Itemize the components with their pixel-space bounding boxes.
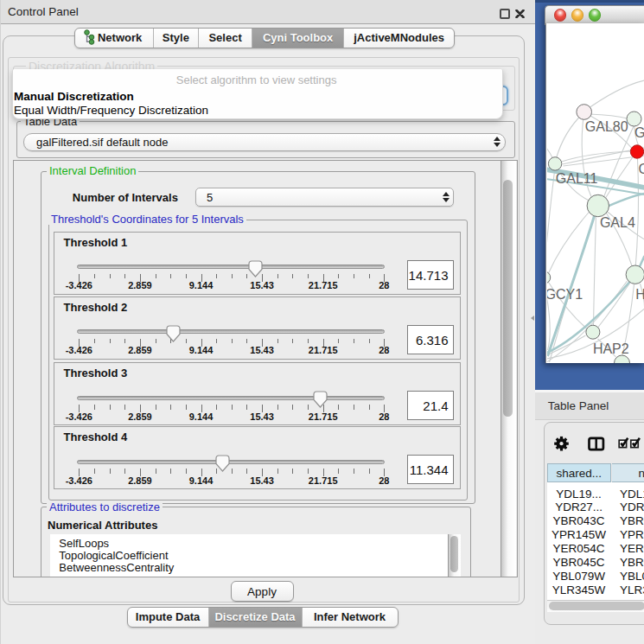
- svg-text:GAL80: GAL80: [584, 119, 628, 134]
- svg-text:H: H: [635, 287, 644, 302]
- svg-text:GAL4: GAL4: [599, 215, 634, 230]
- svg-text:G...: G...: [634, 125, 644, 140]
- svg-text:HAP2: HAP2: [592, 341, 628, 356]
- svg-text:C: C: [638, 162, 644, 176]
- svg-text:GAL11: GAL11: [555, 171, 597, 186]
- svg-text:GCY1: GCY1: [547, 287, 583, 302]
